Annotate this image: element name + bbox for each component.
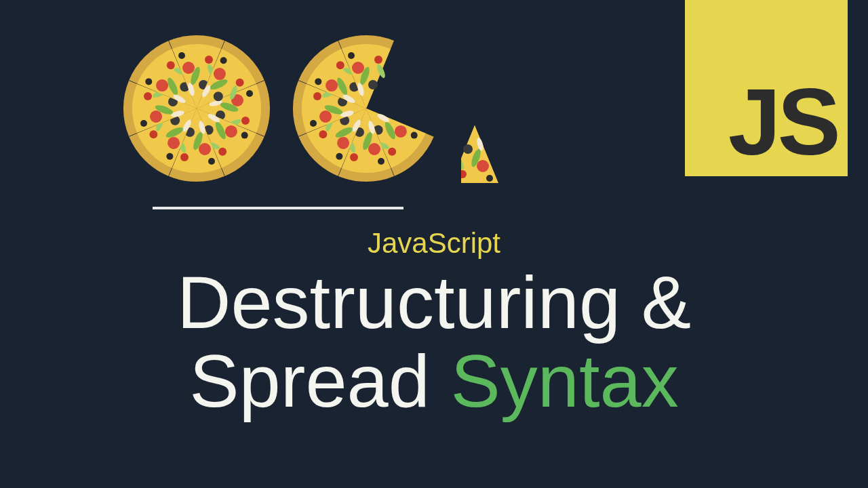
pizza-partial-icon [292, 34, 441, 183]
js-logo-text: JS [728, 75, 837, 169]
pizza-whole-icon [122, 34, 271, 183]
pizza-slice-icon [461, 34, 556, 183]
title-syntax-word: Syntax [450, 339, 678, 422]
js-logo-badge: JS [685, 0, 848, 176]
title-line-2a: Spread [189, 339, 450, 422]
title-line-1: Destructuring & [177, 260, 691, 344]
divider-line [153, 207, 403, 209]
title-block: JavaScript Destructuring & Spread Syntax [0, 227, 868, 420]
pizza-illustration-row [122, 34, 556, 183]
main-title: Destructuring & Spread Syntax [0, 263, 868, 420]
subtitle-text: JavaScript [0, 227, 868, 260]
